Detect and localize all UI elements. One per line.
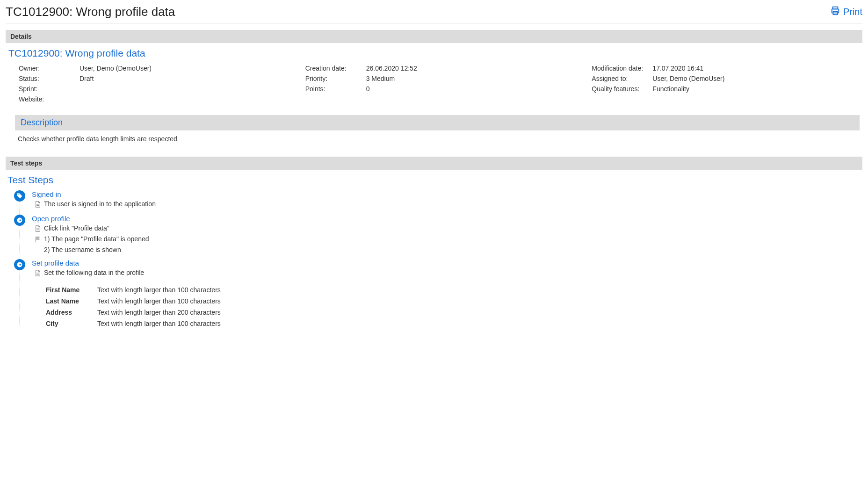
profile-field-value: Text with length larger than 100 charact…: [97, 297, 221, 305]
description-text: Checks whether profile data length limit…: [15, 130, 860, 145]
meta-value: 26.06.2020 12:52: [366, 65, 417, 72]
profile-field-name: City: [46, 320, 97, 327]
meta-label: Quality features:: [592, 85, 652, 93]
step-line-text: 1) The page "Profile data" is opened: [44, 235, 149, 243]
meta-row: Priority:3 Medium: [305, 75, 573, 82]
profile-field-value: Text with length larger than 100 charact…: [97, 286, 221, 294]
print-label: Print: [843, 7, 862, 17]
meta-label: Assigned to:: [592, 75, 652, 82]
meta-label: Creation date:: [305, 65, 366, 72]
table-row: Last NameText with length larger than 10…: [46, 297, 862, 305]
meta-label: Points:: [305, 85, 366, 93]
arrow-circle-icon: [14, 215, 25, 226]
step-line: 1) The page "Profile data" is opened: [35, 235, 862, 244]
print-button[interactable]: Print: [830, 6, 862, 18]
doc-icon: [35, 269, 41, 278]
meta-col-2: Creation date:26.06.2020 12:52Priority:3…: [305, 65, 573, 106]
step-line-text: 2) The username is shown: [44, 246, 121, 253]
profile-field-name: First Name: [46, 286, 97, 294]
step-line-text: Set the following data in the profile: [44, 269, 144, 276]
description-heading: Description: [15, 115, 860, 130]
steps-tree: Signed inThe user is signed in to the ap…: [6, 190, 862, 327]
meta-label: Priority:: [305, 75, 366, 82]
table-row: CityText with length larger than 100 cha…: [46, 320, 862, 327]
meta-value: User, Demo (DemoUser): [652, 75, 724, 82]
meta-value: 0: [366, 85, 370, 93]
step-line: Set the following data in the profile: [35, 269, 862, 278]
meta-row: Owner:User, Demo (DemoUser): [19, 65, 287, 72]
meta-value: Functionality: [652, 85, 689, 93]
meta-grid: Owner:User, Demo (DemoUser)Status:DraftS…: [8, 65, 860, 106]
step-line: 2) The username is shown: [35, 246, 862, 253]
step-title[interactable]: Set profile data: [32, 259, 862, 267]
step-line-text: The user is signed in to the application: [44, 200, 156, 208]
meta-row: Modification date:17.07.2020 16:41: [592, 65, 860, 72]
meta-col-1: Owner:User, Demo (DemoUser)Status:DraftS…: [19, 65, 287, 106]
profile-data-table: First NameText with length larger than 1…: [46, 286, 862, 327]
meta-row: Quality features:Functionality: [592, 85, 860, 93]
flag-icon: [35, 235, 41, 244]
meta-label: Modification date:: [592, 65, 652, 72]
profile-field-name: Last Name: [46, 297, 97, 305]
print-icon: [830, 6, 840, 18]
details-section-bar: Details: [6, 30, 862, 43]
meta-row: Website:: [19, 95, 287, 103]
meta-row: Assigned to:User, Demo (DemoUser): [592, 75, 860, 82]
test-step: Set profile dataSet the following data i…: [14, 259, 862, 327]
doc-icon: [35, 224, 41, 233]
details-panel: TC1012900: Wrong profile data Owner:User…: [6, 48, 862, 153]
details-title-link[interactable]: TC1012900: Wrong profile data: [8, 48, 860, 59]
step-title[interactable]: Signed in: [32, 190, 862, 198]
step-title[interactable]: Open profile: [32, 215, 862, 223]
meta-value: User, Demo (DemoUser): [80, 65, 152, 72]
table-row: First NameText with length larger than 1…: [46, 286, 862, 294]
step-line: The user is signed in to the application: [35, 200, 862, 209]
table-row: AddressText with length larger than 200 …: [46, 309, 862, 316]
profile-field-value: Text with length larger than 200 charact…: [97, 309, 221, 316]
meta-row: Creation date:26.06.2020 12:52: [305, 65, 573, 72]
meta-row: Points:0: [305, 85, 573, 93]
arrow-circle-icon: [14, 259, 25, 270]
tag-icon: [14, 190, 25, 202]
page-header: TC1012900: Wrong profile data Print: [6, 5, 862, 23]
meta-value: 3 Medium: [366, 75, 395, 82]
test-step: Signed inThe user is signed in to the ap…: [14, 190, 862, 209]
profile-field-value: Text with length larger than 100 charact…: [97, 320, 221, 327]
svg-point-3: [18, 194, 19, 195]
meta-row: Sprint:: [19, 85, 287, 93]
meta-value: Draft: [80, 75, 94, 82]
meta-col-3: Modification date:17.07.2020 16:41Assign…: [592, 65, 860, 106]
meta-label: Owner:: [19, 65, 80, 72]
meta-label: Sprint:: [19, 85, 80, 93]
meta-value: 17.07.2020 16:41: [652, 65, 703, 72]
teststeps-section-bar: Test steps: [6, 157, 862, 170]
test-step: Open profileClick link "Profile data"1) …: [14, 215, 862, 253]
meta-label: Status:: [19, 75, 80, 82]
step-line: Click link "Profile data": [35, 224, 862, 233]
meta-row: Status:Draft: [19, 75, 287, 82]
teststeps-title: Test Steps: [7, 174, 862, 186]
description-section: Description Checks whether profile data …: [15, 115, 860, 145]
step-line-text: Click link "Profile data": [44, 224, 109, 232]
doc-icon: [35, 200, 41, 209]
profile-field-name: Address: [46, 309, 97, 316]
meta-label: Website:: [19, 95, 80, 103]
page-title: TC1012900: Wrong profile data: [6, 5, 175, 19]
